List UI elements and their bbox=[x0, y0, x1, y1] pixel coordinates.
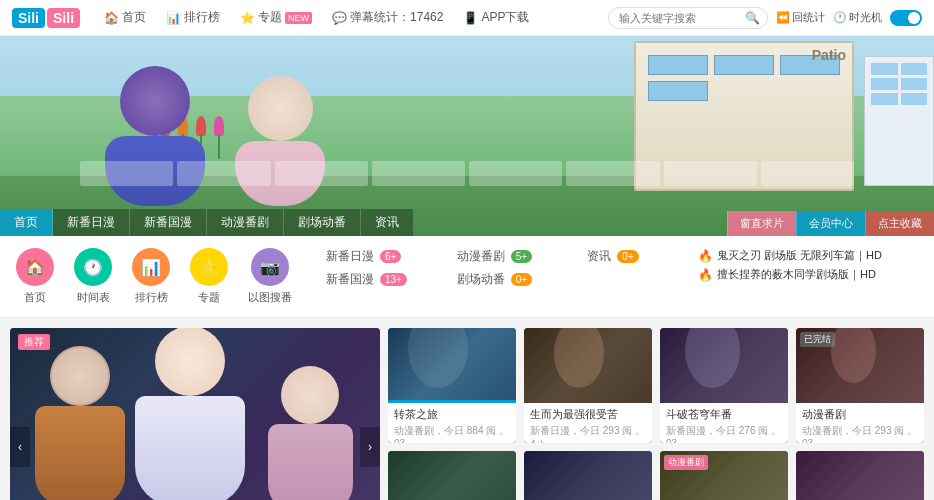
hot-link-2[interactable]: 🔥 擅长捏养的薮木同学剧场版｜HD bbox=[698, 267, 918, 282]
logo-text2: Sili bbox=[47, 8, 80, 28]
cat-link-anime[interactable]: 动漫番剧 5+ bbox=[457, 248, 568, 265]
cat-ranking[interactable]: 📊 排行榜 bbox=[132, 248, 170, 305]
danmaku-stat: 💬 弹幕统计：17462 bbox=[324, 9, 451, 26]
star-icon: ⭐ bbox=[240, 11, 255, 25]
card-8[interactable]: jieliangzhuowang 动漫资讯 动漫资讯，今日 293 阅，03 bbox=[796, 451, 924, 500]
theme-toggle[interactable] bbox=[890, 10, 922, 26]
card-4-finished-badge: 已完结 bbox=[800, 332, 835, 347]
card-7[interactable]: 动漫番剧 进击的巨人 第一季 动漫番剧，今日 228 阅，03 bbox=[660, 451, 788, 500]
card-2-title: 生而为最强很受苦 bbox=[530, 407, 646, 422]
bw6 bbox=[901, 93, 928, 105]
history-btn[interactable]: ⏪ 回统计 bbox=[776, 10, 825, 25]
card-1[interactable]: 转茶之旅 动漫番剧，今日 884 阅，03 bbox=[388, 328, 516, 443]
card-3-title: 斗破苍穹年番 bbox=[666, 407, 782, 422]
tulip4 bbox=[214, 116, 224, 136]
cat-image-search[interactable]: 📷 以图搜番 bbox=[248, 248, 292, 305]
card-6[interactable]: 画江槽之不良人6 新番国漫，今日 229 阅，6小 bbox=[524, 451, 652, 500]
time-circle-icon: 🕐 bbox=[74, 248, 112, 286]
cat-special[interactable]: ⭐ 专题 bbox=[190, 248, 228, 305]
card-2-meta: 新番日漫，今日 293 阅，4小 bbox=[530, 424, 646, 443]
nav-ranking[interactable]: 📊 排行榜 bbox=[158, 5, 228, 30]
member-btn[interactable]: 会员中心 bbox=[796, 211, 865, 236]
cat-home[interactable]: 🏠 首页 bbox=[16, 248, 54, 305]
news-badge: 0+ bbox=[617, 250, 638, 263]
mc1-body bbox=[35, 406, 125, 500]
cat-time-label: 时间表 bbox=[77, 290, 110, 305]
card-2[interactable]: 生而为最强很受苦 新番日漫，今日 293 阅，4小 bbox=[524, 328, 652, 443]
card-2-image bbox=[524, 328, 652, 403]
card-4[interactable]: 已完结 动漫番剧 动漫番剧，今日 293 阅，03 bbox=[796, 328, 924, 443]
header: Sili Sili 🏠 首页 📊 排行榜 ⭐ 专题 NEW 💬 弹幕统计：174… bbox=[0, 0, 934, 36]
banner-tab-new-jp[interactable]: 新番日漫 bbox=[53, 209, 130, 236]
request-btn[interactable]: 窗直求片 bbox=[727, 211, 796, 236]
bw2 bbox=[901, 63, 928, 75]
cat-link-news[interactable]: 资讯 0+ bbox=[587, 248, 698, 265]
new-badge: NEW bbox=[285, 12, 312, 24]
card-1-title: 转茶之旅 bbox=[394, 407, 510, 422]
mc2-body bbox=[135, 396, 245, 500]
nav-app[interactable]: 📱 APP下载 bbox=[455, 5, 537, 30]
card-4-meta: 动漫番剧，今日 293 阅，03 bbox=[802, 424, 918, 443]
card-7-image: 动漫番剧 bbox=[660, 451, 788, 500]
cat-link-theater[interactable]: 剧场动番 0+ bbox=[457, 271, 568, 288]
cat-link-new-jp[interactable]: 新番日漫 6+ bbox=[326, 248, 437, 265]
home-circle-icon: 🏠 bbox=[16, 248, 54, 286]
card-3-info: 斗破苍穹年番 新番国漫，今日 276 阅，03 bbox=[660, 403, 788, 443]
chat-icon: 💬 bbox=[332, 11, 347, 25]
mc3-head bbox=[281, 366, 339, 424]
nav-home[interactable]: 🏠 首页 bbox=[96, 5, 154, 30]
theater-label: 剧场动番 bbox=[457, 271, 505, 288]
nav-ranking-label: 排行榜 bbox=[184, 9, 220, 26]
banner-tab-news[interactable]: 资讯 bbox=[361, 209, 414, 236]
search-icon: 🔍 bbox=[745, 11, 760, 25]
mobile-icon: 📱 bbox=[463, 11, 478, 25]
categories-section: 🏠 首页 🕐 时间表 📊 排行榜 ⭐ 专题 📷 以图搜番 新番日漫 6+ 动漫番… bbox=[0, 236, 934, 318]
cat-timetable[interactable]: 🕐 时间表 bbox=[74, 248, 112, 305]
cat-link-new-cn[interactable]: 新番国漫 13+ bbox=[326, 271, 437, 288]
main-char-2 bbox=[130, 328, 250, 500]
card-2-info: 生而为最强很受苦 新番日漫，今日 293 阅，4小 bbox=[524, 403, 652, 443]
cat-rank-label: 排行榜 bbox=[135, 290, 168, 305]
card-5[interactable]: 到异世界的异世界流民 动漫番剧，今日 234 阅，03 bbox=[388, 451, 516, 500]
history-icon: ⏪ bbox=[776, 11, 790, 24]
mc2-head bbox=[155, 328, 225, 396]
search-input[interactable] bbox=[619, 12, 739, 24]
main-char-3 bbox=[260, 366, 360, 500]
hot-links: 🔥 鬼灭之刃 剧场版 无限列车篇｜HD 🔥 擅长捏养的薮木同学剧场版｜HD bbox=[698, 248, 918, 282]
rank-circle-icon: 📊 bbox=[132, 248, 170, 286]
banner-tab-theater[interactable]: 剧场动番 bbox=[284, 209, 361, 236]
card-3[interactable]: 斗破苍穹年番 新番国漫，今日 276 阅，03 bbox=[660, 328, 788, 443]
logo[interactable]: Sili Sili bbox=[12, 8, 80, 28]
char2-head bbox=[248, 76, 313, 141]
nav-special[interactable]: ⭐ 专题 NEW bbox=[232, 5, 320, 30]
timemachine-btn[interactable]: 🕐 时光机 bbox=[833, 10, 882, 25]
anime-badge: 5+ bbox=[511, 250, 532, 263]
card-next-btn[interactable]: › bbox=[360, 427, 380, 467]
card-8-image: jieliangzhuowang bbox=[796, 451, 924, 500]
building-windows bbox=[865, 57, 933, 111]
nav-special-label: 专题 bbox=[258, 9, 282, 26]
logo-text1: Sili bbox=[12, 8, 45, 28]
mc1-head bbox=[50, 346, 110, 406]
mc3-body bbox=[268, 424, 353, 500]
home-icon: 🏠 bbox=[104, 11, 119, 25]
banner: Patio 首页 bbox=[0, 36, 934, 236]
card-prev-btn[interactable]: ‹ bbox=[10, 427, 30, 467]
banner-tab-anime[interactable]: 动漫番剧 bbox=[207, 209, 284, 236]
main-card-image: 推荐 bbox=[10, 328, 380, 500]
category-icons: 🏠 首页 🕐 时间表 📊 排行榜 ⭐ 专题 📷 以图搜番 bbox=[16, 248, 296, 305]
favorite-btn[interactable]: 点主收藏 bbox=[865, 211, 934, 236]
main-featured-card[interactable]: 推荐 转生王女与天才令嬢的魔法革命の ‹ › bbox=[10, 328, 380, 500]
window1 bbox=[648, 55, 708, 75]
patio-label: Patio bbox=[812, 47, 846, 63]
cat-img-label: 以图搜番 bbox=[248, 290, 292, 305]
banner-tab-new-cn[interactable]: 新番国漫 bbox=[130, 209, 207, 236]
bw3 bbox=[871, 78, 898, 90]
search-box[interactable]: 🔍 bbox=[608, 7, 768, 29]
hot-link-1[interactable]: 🔥 鬼灭之刃 剧场版 无限列车篇｜HD bbox=[698, 248, 918, 263]
fence bbox=[80, 161, 854, 186]
hot-link-2-text: 擅长捏养的薮木同学剧场版｜HD bbox=[717, 267, 876, 282]
fence-bar bbox=[80, 161, 173, 186]
banner-tab-home[interactable]: 首页 bbox=[0, 209, 53, 236]
card-5-image bbox=[388, 451, 516, 500]
